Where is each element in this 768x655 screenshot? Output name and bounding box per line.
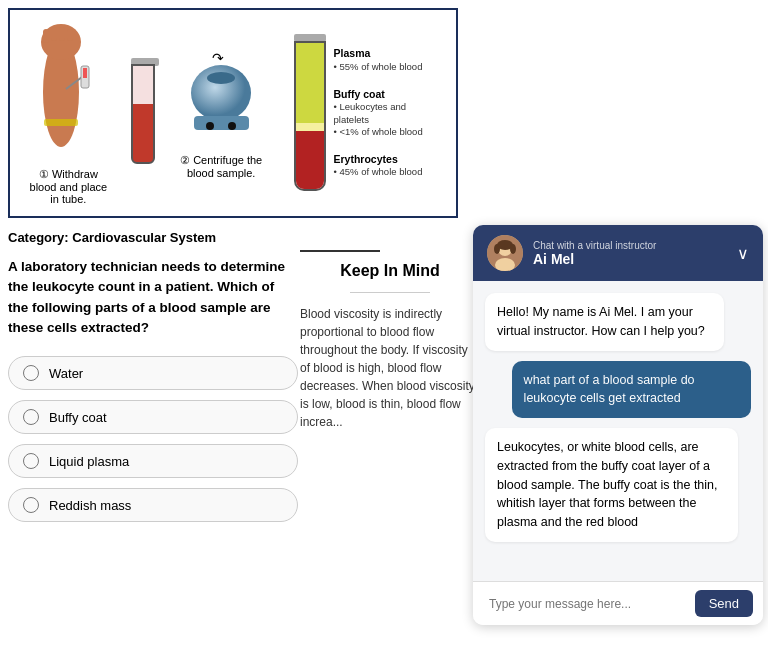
step1-diagram: ① Withdraw blood and place in tube.	[24, 22, 113, 205]
option-buffy-label: Buffy coat	[49, 410, 107, 425]
radio-water	[23, 365, 39, 381]
svg-rect-11	[194, 116, 249, 130]
svg-point-12	[206, 122, 214, 130]
avatar	[487, 235, 523, 271]
question-section: Category: Cardiovascular System A labora…	[8, 230, 298, 532]
erythrocytes-label: Erythrocytes • 45% of whole blood	[334, 153, 442, 179]
question-text: A laboratory technician needs to determi…	[8, 257, 298, 338]
keep-in-mind-text: Blood viscosity is indirectly proportion…	[300, 305, 480, 431]
chat-header-text: Chat with a virtual instructor Ai Mel	[533, 240, 656, 267]
svg-rect-9	[83, 68, 87, 78]
rotation-arrow: ↷	[212, 50, 224, 66]
chat-collapse-button[interactable]: ∨	[737, 244, 749, 263]
svg-rect-3	[51, 27, 57, 41]
step2-diagram: ↷ ② Centrifuge the bloo	[177, 48, 266, 179]
plasma-label: Plasma • 55% of whole blood	[334, 47, 442, 73]
svg-rect-2	[43, 29, 49, 43]
chat-title-small: Chat with a virtual instructor	[533, 240, 656, 251]
chat-header: Chat with a virtual instructor Ai Mel ∨	[473, 225, 763, 281]
user-message: what part of a blood sample do leukocyte…	[512, 361, 751, 419]
chat-message-input[interactable]	[483, 593, 695, 615]
radio-liquid	[23, 453, 39, 469]
option-liquid-label: Liquid plasma	[49, 454, 129, 469]
svg-rect-4	[59, 27, 65, 41]
category-label: Category: Cardiovascular System	[8, 230, 298, 245]
svg-point-19	[494, 244, 500, 254]
svg-rect-6	[44, 119, 78, 126]
option-reddish-label: Reddish mass	[49, 498, 131, 513]
option-water[interactable]: Water	[8, 356, 298, 390]
send-button[interactable]: Send	[695, 590, 753, 617]
option-reddish[interactable]: Reddish mass	[8, 488, 298, 522]
step1-label: ① Withdraw blood and place in tube.	[24, 168, 113, 205]
bot-response-message: Leukocytes, or white blood cells, are ex…	[485, 428, 738, 542]
keep-in-mind-title: Keep In Mind	[300, 262, 480, 280]
chat-header-left: Chat with a virtual instructor Ai Mel	[487, 235, 656, 271]
option-buffy[interactable]: Buffy coat	[8, 400, 298, 434]
chat-messages: Hello! My name is Ai Mel. I am your virt…	[473, 281, 763, 581]
radio-buffy	[23, 409, 39, 425]
arm-illustration	[31, 24, 106, 159]
svg-point-20	[510, 244, 516, 254]
option-water-label: Water	[49, 366, 83, 381]
avatar-illustration	[487, 235, 523, 271]
step2-label: ② Centrifuge the blood sample.	[177, 154, 266, 179]
diagram-panel: ① Withdraw blood and place in tube. ↷	[8, 8, 458, 218]
radio-reddish	[23, 497, 39, 513]
svg-rect-5	[67, 29, 73, 41]
separated-tube-section: Plasma • 55% of whole blood Buffy coat •…	[294, 34, 442, 192]
sub-divider	[350, 292, 430, 293]
keep-in-mind-section: Keep In Mind Blood viscosity is indirect…	[290, 240, 490, 441]
svg-point-14	[207, 72, 235, 84]
svg-point-13	[228, 122, 236, 130]
bot-greeting-message: Hello! My name is Ai Mel. I am your virt…	[485, 293, 724, 351]
chat-input-area: Send	[473, 581, 763, 625]
chat-title-large: Ai Mel	[533, 251, 656, 267]
chat-panel: Chat with a virtual instructor Ai Mel ∨ …	[473, 225, 763, 625]
blood-tube-step	[131, 58, 155, 168]
buffy-label: Buffy coat • Leukocytes and platelets • …	[334, 88, 442, 139]
top-divider	[300, 250, 380, 252]
option-liquid-plasma[interactable]: Liquid plasma	[8, 444, 298, 478]
